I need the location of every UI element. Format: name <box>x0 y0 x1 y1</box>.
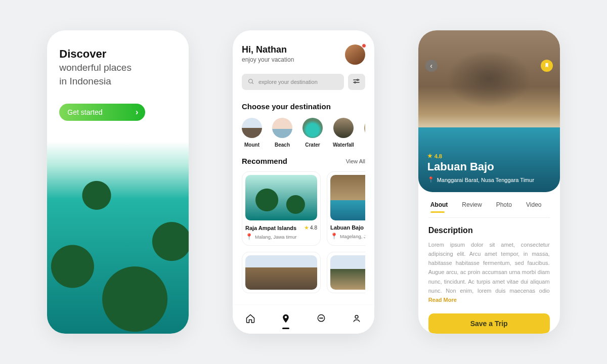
card-rating: 4.8 <box>310 225 317 231</box>
greeting-sub: enjoy your vacation <box>242 56 294 63</box>
save-trip-label: Save a Trip <box>470 320 508 328</box>
category-label: Beach <box>275 142 290 148</box>
recommend-heading: Recommend <box>242 157 287 165</box>
onboarding-sub1: wonderful places <box>59 62 177 74</box>
chevron-left-icon: ‹ <box>430 62 432 70</box>
svg-point-3 <box>357 79 359 80</box>
search-icon <box>248 78 254 86</box>
category-label: Waterfall <box>333 142 354 148</box>
category-river[interactable]: Riv <box>364 118 365 148</box>
filter-button[interactable] <box>348 74 365 90</box>
category-mount[interactable]: Mount <box>242 118 262 148</box>
detail-title: Labuan Bajo <box>427 160 551 173</box>
card-image <box>330 175 365 220</box>
svg-point-8 <box>321 317 321 318</box>
nav-chat[interactable] <box>316 314 327 325</box>
tab-photo[interactable]: Photo <box>496 201 512 212</box>
bookmark-button[interactable] <box>541 60 553 72</box>
onboarding-title: Discover <box>59 48 177 61</box>
detail-location: Manggarai Barat, Nusa Tenggara Timur <box>437 177 534 183</box>
onboarding-hero-image <box>47 142 189 334</box>
save-trip-button[interactable]: Save a Trip <box>428 313 550 334</box>
screen-onboarding: Discover wonderful places in Indonesia G… <box>47 30 189 334</box>
card-title: Labuan Bajo <box>330 224 364 231</box>
get-started-label: Get started <box>67 108 102 116</box>
sliders-icon <box>353 77 360 87</box>
category-label: Mount <box>244 142 259 148</box>
recommend-card[interactable] <box>242 252 321 293</box>
detail-hero-image: ‹ ★4.8 Labuan Bajo 📍Manggarai Barat, Nus… <box>418 30 560 192</box>
star-icon: ★ <box>304 224 309 231</box>
svg-point-9 <box>322 317 323 318</box>
waterfall-icon <box>333 118 354 138</box>
nav-home[interactable] <box>245 314 256 325</box>
search-input[interactable]: explore your destination <box>242 74 344 90</box>
nav-explore[interactable] <box>280 314 291 325</box>
svg-point-7 <box>320 317 320 318</box>
crater-icon <box>302 118 323 138</box>
category-list: Mount Beach Crater Waterfall Riv <box>242 118 365 148</box>
chat-icon <box>316 313 326 326</box>
recommend-card-labuan-bajo[interactable]: Labuan Bajo 📍Magelang, Jaw <box>327 171 365 246</box>
view-all-link[interactable]: View All <box>346 158 365 164</box>
mount-icon <box>242 118 262 138</box>
category-waterfall[interactable]: Waterfall <box>333 118 354 148</box>
description-body: Lorem ipsum dolor sit amet, consectetur … <box>428 242 550 294</box>
recommend-card-raja-ampat[interactable]: Raja Ampat Islands ★4.8 📍Malang, Jawa ti… <box>242 171 321 246</box>
recommend-card[interactable] <box>327 252 365 293</box>
nav-profile[interactable] <box>351 314 362 325</box>
tab-review[interactable]: Review <box>462 201 482 212</box>
description-text: Lorem ipsum dolor sit amet, consectetur … <box>428 240 550 304</box>
svg-line-1 <box>252 82 253 84</box>
card-image <box>245 175 317 220</box>
category-beach[interactable]: Beach <box>272 118 292 148</box>
pin-icon: 📍 <box>245 233 253 240</box>
star-icon: ★ <box>427 153 432 159</box>
card-title: Raja Ampat Islands <box>245 225 296 231</box>
category-label: Crater <box>305 142 320 148</box>
choose-destination-heading: Choose your destination <box>242 102 365 111</box>
screen-home: Hi, Nathan enjoy your vacation explore y… <box>233 30 374 334</box>
pin-icon: 📍 <box>427 176 435 183</box>
detail-rating: 4.8 <box>435 153 442 159</box>
svg-point-10 <box>355 315 358 318</box>
river-icon <box>364 118 365 138</box>
card-location: Malang, Jawa timur <box>255 234 296 240</box>
beach-icon <box>272 118 292 138</box>
card-image <box>330 255 365 290</box>
svg-point-0 <box>249 79 253 83</box>
screen-detail: ‹ ★4.8 Labuan Bajo 📍Manggarai Barat, Nus… <box>418 30 560 334</box>
onboarding-sub2: in Indonesia <box>59 75 177 88</box>
tab-video[interactable]: Video <box>526 201 541 212</box>
svg-point-5 <box>355 81 356 83</box>
detail-tabs: About Review Photo Video <box>428 192 550 218</box>
location-pin-icon <box>281 313 291 326</box>
tab-about[interactable]: About <box>430 201 448 212</box>
pin-icon: 📍 <box>330 233 338 240</box>
search-placeholder: explore your destination <box>258 79 318 85</box>
card-image <box>245 255 317 290</box>
description-heading: Description <box>428 226 550 235</box>
user-icon <box>352 313 362 326</box>
bookmark-icon <box>544 62 549 70</box>
back-button[interactable]: ‹ <box>425 60 438 72</box>
greeting: Hi, Nathan <box>242 44 294 55</box>
category-crater[interactable]: Crater <box>302 118 323 148</box>
chevron-right-icon: › <box>136 108 138 117</box>
home-icon <box>245 313 255 326</box>
bottom-nav <box>233 304 374 334</box>
avatar[interactable] <box>345 44 365 65</box>
read-more-link[interactable]: Read More <box>428 297 457 303</box>
get-started-button[interactable]: Get started › <box>59 104 145 121</box>
card-location: Magelang, Jaw <box>340 234 365 239</box>
